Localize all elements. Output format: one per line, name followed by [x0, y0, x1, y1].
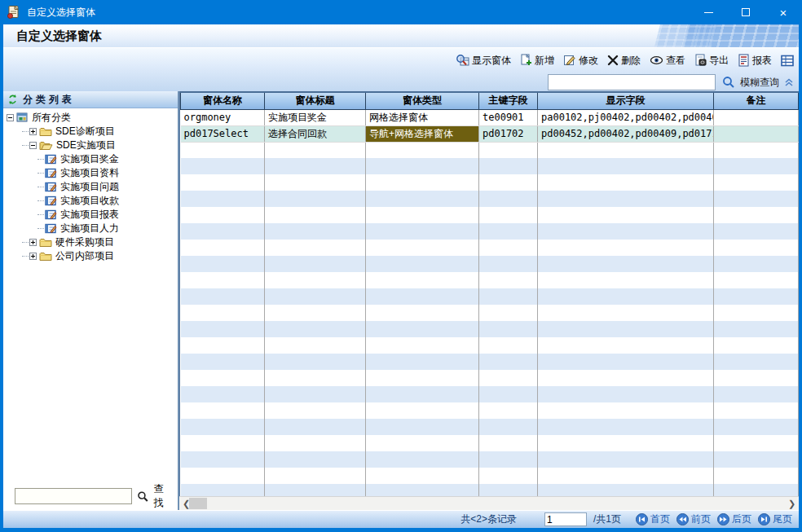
table-empty-cell — [265, 288, 366, 305]
table-empty-cell — [714, 337, 799, 354]
collapse-chevron-icon[interactable] — [784, 77, 794, 87]
table-cell[interactable]: te00901 — [479, 109, 538, 125]
tree-connector — [37, 214, 44, 215]
column-header[interactable]: 主键字段 — [479, 92, 538, 109]
table-empty-cell — [538, 402, 714, 419]
tree-expander-plus-icon[interactable] — [29, 253, 37, 260]
table-cell[interactable]: 选择合同回款 — [265, 125, 366, 142]
table-empty-cell — [265, 402, 366, 419]
tree-expander-minus-icon[interactable] — [7, 114, 14, 121]
table-empty-row — [181, 354, 799, 370]
table-row[interactable]: pd017Select选择合同回款导航+网格选择窗体pd01702pd00452… — [181, 125, 799, 142]
form-table-area: 窗体名称窗体标题窗体类型主键字段显示字段备注 orgmoney实施项目奖金网格选… — [179, 91, 799, 510]
page-number-input[interactable] — [544, 512, 587, 526]
find-button[interactable]: 查找 — [154, 482, 173, 510]
horizontal-scrollbar[interactable]: ❮ ❯ — [179, 496, 799, 510]
table-empty-cell — [366, 451, 479, 468]
table-cell[interactable]: pd00452,pd00402,pd00409,pd01715,pd01 — [538, 125, 714, 142]
table-cell[interactable]: 导航+网格选择窗体 — [366, 125, 479, 142]
tree-item[interactable]: 实施项目奖金 — [3, 152, 178, 166]
column-header[interactable]: 窗体类型 — [366, 92, 479, 109]
table-cell[interactable]: pd017Select — [181, 125, 265, 142]
show-form-button[interactable]: 显示窗体 — [456, 54, 511, 68]
tree-expander-plus-icon[interactable] — [29, 239, 37, 246]
fuzzy-search-row: 模糊查询 — [3, 73, 799, 92]
table-cell[interactable]: orgmoney — [181, 109, 265, 125]
table-row[interactable]: orgmoney实施项目奖金网格选择窗体te00901pa00102,pj004… — [181, 109, 799, 125]
view-button[interactable]: 查看 — [650, 54, 685, 68]
table-empty-row — [181, 223, 799, 240]
table-empty-cell — [538, 288, 714, 305]
tree-item[interactable]: 硬件采购项目 — [3, 235, 178, 249]
table-empty-row — [181, 288, 799, 305]
table-cell[interactable]: 实施项目奖金 — [265, 109, 366, 125]
table-empty-cell — [181, 484, 265, 496]
first-page-button[interactable]: 首页 — [636, 512, 670, 526]
table-empty-cell — [479, 468, 538, 484]
refresh-icon[interactable] — [7, 94, 18, 105]
last-page-icon — [758, 513, 770, 525]
close-button[interactable]: × — [765, 0, 802, 24]
table-cell[interactable] — [714, 125, 799, 142]
prev-page-button[interactable]: 前页 — [676, 512, 711, 526]
table-empty-cell — [714, 451, 799, 468]
table-cell[interactable]: pa00102,pj00402,pd00402,pd00409,pd01 — [538, 109, 714, 125]
tree-connector — [22, 242, 29, 243]
column-header[interactable]: 备注 — [714, 92, 799, 109]
table-empty-cell — [181, 288, 265, 305]
table-empty-cell — [181, 370, 265, 386]
table-empty-cell — [265, 484, 366, 496]
tree-item[interactable]: 实施项目问题 — [3, 180, 178, 194]
tree-item[interactable]: 实施项目人力 — [3, 222, 178, 235]
table-empty-cell — [479, 484, 538, 496]
tree-item[interactable]: SDE诊断项目 — [3, 125, 178, 138]
tree-item[interactable]: 公司内部项目 — [3, 249, 178, 263]
next-page-button[interactable]: 后页 — [717, 512, 751, 526]
table-empty-cell — [714, 402, 799, 419]
column-header[interactable]: 窗体标题 — [265, 92, 366, 109]
table-empty-cell — [538, 354, 714, 370]
tree-item[interactable]: SDE实施项目 — [3, 138, 178, 152]
grid-view-button[interactable] — [781, 55, 794, 67]
last-page-button[interactable]: 尾页 — [758, 512, 792, 526]
export-button[interactable]: 导出 — [694, 54, 729, 68]
table-empty-cell — [538, 451, 714, 468]
column-header[interactable]: 窗体名称 — [181, 92, 265, 109]
tree-item-label: 公司内部项目 — [55, 249, 114, 263]
fuzzy-search-label[interactable]: 模糊查询 — [740, 76, 779, 90]
tree-item[interactable]: 实施项目收款 — [3, 194, 178, 208]
tree-expander-minus-icon[interactable] — [29, 142, 37, 149]
report-button[interactable]: 报表 — [738, 54, 772, 68]
maximize-button[interactable] — [727, 0, 765, 24]
scrollbar-thumb[interactable] — [189, 498, 207, 509]
tree-expander-plus-icon[interactable] — [29, 128, 37, 135]
find-input[interactable] — [15, 488, 132, 504]
add-button[interactable]: 新增 — [520, 54, 554, 68]
table-empty-cell — [479, 223, 538, 240]
tree-item[interactable]: 实施项目资料 — [3, 166, 178, 180]
table-empty-cell — [181, 223, 265, 240]
table-cell[interactable]: 网格选择窗体 — [366, 109, 479, 125]
table-empty-cell — [265, 256, 366, 272]
minimize-button[interactable] — [690, 0, 727, 24]
edit-button[interactable]: 修改 — [563, 54, 598, 68]
tree-item[interactable]: 实施项目报表 — [3, 208, 178, 222]
table-cell[interactable]: pd01702 — [479, 125, 538, 142]
delete-button[interactable]: 删除 — [607, 54, 641, 68]
column-header[interactable]: 显示字段 — [538, 92, 714, 109]
scroll-right-icon[interactable]: ❯ — [785, 497, 799, 510]
tree-connector — [37, 200, 44, 201]
table-empty-cell — [181, 158, 265, 174]
tree-item[interactable]: 所有分类 — [3, 111, 178, 125]
table-empty-cell — [181, 272, 265, 288]
table-empty-cell — [479, 305, 538, 321]
tree-connector — [22, 145, 29, 146]
table-empty-row — [181, 468, 799, 484]
category-tree: 所有分类SDE诊断项目SDE实施项目实施项目奖金实施项目资料实施项目问题实施项目… — [3, 108, 178, 486]
table-cell[interactable] — [714, 109, 799, 125]
find-row: 查找 — [3, 486, 178, 510]
table-empty-cell — [479, 435, 538, 451]
fuzzy-search-input[interactable] — [548, 74, 716, 90]
form-icon — [45, 168, 57, 178]
form-icon — [45, 196, 57, 206]
